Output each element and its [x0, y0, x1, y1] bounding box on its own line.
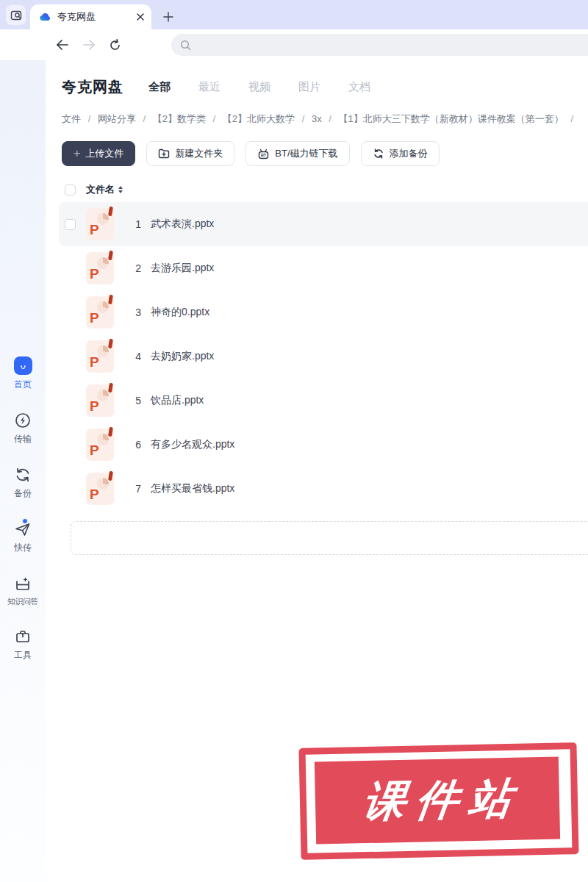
bt-magnet-download-button[interactable]: BT BT/磁力链下载: [245, 141, 349, 166]
sidebar-item-fast-send[interactable]: 快传: [14, 520, 32, 554]
browser-tab-title: 夸克网盘: [57, 10, 131, 24]
file-index: 7: [132, 483, 141, 495]
tab-recent[interactable]: 最近: [198, 80, 220, 94]
browser-tab[interactable]: 夸克网盘: [30, 4, 151, 29]
new-folder-button[interactable]: 新建文件夹: [146, 141, 234, 166]
breadcrumb-item[interactable]: 3x: [312, 113, 322, 124]
knowledge-box-icon: [14, 575, 32, 592]
forward-button[interactable]: [82, 39, 96, 51]
upload-file-label: 上传文件: [85, 147, 123, 160]
ppt-file-icon: P: [86, 429, 114, 461]
file-list: P 1 武术表演.pptx P 2 去游乐园.pptx P 3 神奇的0.ppt…: [62, 202, 588, 511]
file-row[interactable]: P 2 去游乐园.pptx: [62, 246, 588, 290]
ppt-file-icon: P: [86, 384, 114, 417]
address-search-bar[interactable]: [171, 34, 588, 56]
file-name: 有多少名观众.pptx: [151, 438, 234, 451]
file-row[interactable]: P 1 武术表演.pptx: [59, 202, 588, 246]
sidebar: 首页 传输 备份 快传: [0, 60, 46, 882]
quark-logo-icon: [39, 12, 51, 22]
breadcrumb-item[interactable]: 【1】北师大三下数学（新教材）课件教案（第一套）: [339, 113, 564, 124]
breadcrumb: 文件 / 网站分享 / 【2】数学类 / 【2】北师大数学 / 3x / 【1】…: [62, 112, 588, 126]
browser-toolbar: [0, 29, 588, 60]
file-row[interactable]: P 6 有多少名观众.pptx: [62, 423, 588, 467]
sort-icon[interactable]: [118, 186, 123, 193]
upload-file-button[interactable]: + 上传文件: [62, 141, 135, 166]
file-index: 2: [132, 262, 141, 274]
file-name: 去奶奶家.pptx: [151, 350, 214, 363]
search-icon: [180, 40, 191, 51]
tab-image[interactable]: 图片: [298, 80, 320, 94]
add-backup-button[interactable]: 添加备份: [361, 141, 440, 166]
watermark-stamp: 课件站: [298, 742, 578, 860]
breadcrumb-separator: /: [570, 113, 573, 124]
stamp-text: 课件站: [349, 770, 525, 831]
toolbox-icon: [14, 628, 32, 645]
bt-download-icon: BT: [257, 148, 270, 159]
breadcrumb-item[interactable]: 【2】北师大数学: [223, 113, 295, 124]
breadcrumb-separator: /: [143, 113, 146, 124]
file-name: 饮品店.pptx: [151, 394, 204, 407]
tab-video[interactable]: 视频: [248, 80, 270, 94]
sidebar-item-home[interactable]: 首页: [14, 356, 32, 391]
sidebar-item-label: 首页: [14, 379, 32, 391]
add-backup-label: 添加备份: [390, 147, 428, 160]
sidebar-item-tools[interactable]: 工具: [14, 628, 32, 662]
action-bar: + 上传文件 新建文件夹 BT BT/磁力链下载: [62, 141, 588, 166]
breadcrumb-item[interactable]: 文件: [62, 113, 81, 124]
file-row[interactable]: P 4 去奶奶家.pptx: [62, 334, 588, 379]
workspace-search-button[interactable]: [6, 5, 26, 25]
tab-search-icon: [10, 10, 22, 21]
file-index: 6: [132, 439, 141, 451]
new-tab-button[interactable]: [163, 12, 173, 22]
sidebar-item-backup[interactable]: 备份: [14, 466, 32, 500]
ppt-file-icon: P: [86, 473, 114, 505]
file-row[interactable]: P 3 神奇的0.pptx: [62, 290, 588, 334]
folder-plus-icon: [158, 148, 170, 159]
backup-sync-icon: [14, 466, 32, 484]
tab-close-icon[interactable]: [137, 13, 144, 21]
ppt-file-icon: P: [86, 340, 114, 373]
file-row[interactable]: P 5 饮品店.pptx: [62, 379, 588, 423]
search-input[interactable]: [197, 34, 588, 56]
file-name: 怎样买最省钱.pptx: [151, 482, 234, 495]
sidebar-item-knowledge-qa[interactable]: 知识问答: [7, 575, 38, 607]
tab-all[interactable]: 全部: [148, 80, 171, 94]
sidebar-item-label: 知识问答: [7, 596, 38, 607]
home-icon: [14, 356, 32, 375]
bt-download-label: BT/磁力链下载: [275, 147, 337, 160]
tab-document[interactable]: 文档: [348, 80, 370, 94]
file-index: 5: [132, 395, 141, 406]
sidebar-item-label: 快传: [14, 542, 32, 554]
breadcrumb-item[interactable]: 网站分享: [98, 113, 136, 124]
notification-badge: [22, 518, 28, 524]
main-content: 夸克网盘 全部 最近 视频 图片 文档 文件 / 网站分享 / 【2】数学类 /…: [46, 77, 588, 555]
breadcrumb-item[interactable]: 【2】数学类: [153, 113, 206, 124]
sidebar-item-label: 传输: [14, 433, 32, 445]
refresh-button[interactable]: [109, 39, 121, 51]
sidebar-item-label: 备份: [14, 487, 32, 500]
upload-drop-zone[interactable]: [71, 521, 588, 555]
column-header-filename: 文件名: [86, 183, 115, 196]
breadcrumb-separator: /: [329, 113, 331, 124]
back-button[interactable]: [56, 39, 69, 51]
filter-tabs: 全部 最近 视频 图片 文档: [148, 80, 370, 94]
breadcrumb-separator: /: [213, 113, 216, 124]
row-checkbox[interactable]: [65, 219, 76, 230]
file-row[interactable]: P 7 怎样买最省钱.pptx: [62, 467, 588, 511]
select-all-checkbox[interactable]: [65, 184, 76, 196]
breadcrumb-separator: /: [88, 113, 91, 124]
sidebar-item-label: 工具: [14, 649, 32, 662]
file-index: 1: [132, 218, 141, 230]
table-header: 文件名: [62, 183, 588, 196]
browser-tab-strip: 夸克网盘: [0, 0, 588, 29]
file-name: 武术表演.pptx: [151, 218, 214, 231]
ppt-file-icon: P: [86, 296, 114, 329]
new-folder-label: 新建文件夹: [175, 147, 223, 160]
svg-text:BT: BT: [261, 153, 267, 157]
file-index: 3: [132, 306, 141, 318]
sidebar-item-transfer[interactable]: 传输: [14, 412, 32, 445]
ppt-file-icon: P: [86, 208, 114, 240]
stamp-background: 课件站: [315, 757, 560, 845]
sync-arrows-icon: [373, 148, 384, 159]
transfer-icon: [14, 412, 32, 429]
